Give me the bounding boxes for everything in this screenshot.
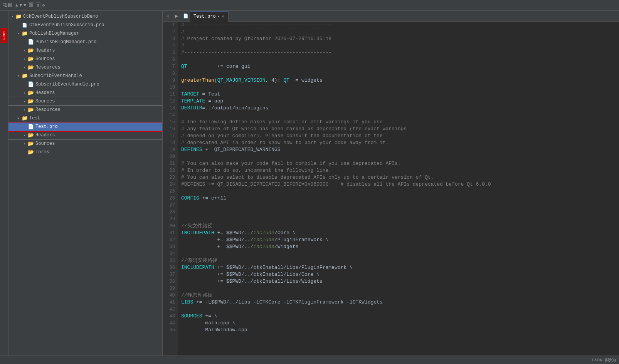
tree-item-publishblog-headers[interactable]: ▸ 📂 Headers bbox=[8, 46, 162, 55]
line-num-17: 17 bbox=[163, 133, 178, 139]
title-bar-icon-split[interactable]: ⊞ bbox=[36, 2, 41, 8]
tree-item-test-pro[interactable]: ▸ 📄 Test.pro bbox=[8, 122, 162, 131]
line-num-23: 23 bbox=[163, 174, 178, 181]
label-ctkroot: CtkEventPublishSubscribDemo bbox=[23, 14, 98, 19]
line-num-35: 35 bbox=[163, 257, 178, 264]
code-line-16: # any feature of Qt which has been marke… bbox=[181, 126, 619, 133]
code-editor[interactable]: 1 2 3 4 5 6 7 8 9 10 11 12 13 14 15 16 1… bbox=[163, 22, 619, 356]
code-line-9: greaterThan(QT_MAJOR_VERSION, 4): QT += … bbox=[181, 77, 619, 84]
title-bar-icon-up[interactable]: ▲ bbox=[15, 3, 18, 8]
label-ctkevent-pro: CtkEventPublishSubscrib.pro bbox=[29, 22, 104, 28]
tab-test-pro[interactable]: Test.pro ▾ ✕ bbox=[190, 11, 229, 22]
code-line-32: += $$PWD/../include/PluginFramework \ bbox=[181, 237, 619, 243]
line-num-22: 22 bbox=[163, 167, 178, 174]
folder-blue-icon-headers2: 📂 bbox=[28, 90, 34, 96]
tree-item-publishblog-resources[interactable]: ▸ 📂 Resources bbox=[8, 63, 162, 72]
code-line-8 bbox=[181, 70, 619, 77]
code-line-20 bbox=[181, 153, 619, 160]
line-num-45: 45 bbox=[163, 327, 178, 334]
tree-item-subscribeevent-resources[interactable]: ▸ 📂 Resources bbox=[8, 106, 162, 114]
label-publishblog-headers: Headers bbox=[35, 48, 55, 53]
tab-close-btn[interactable]: ✕ bbox=[221, 13, 225, 19]
folder-orange-icon-sources3: 📂 bbox=[28, 141, 34, 147]
code-line-34 bbox=[181, 250, 619, 257]
tree-item-ctkroot[interactable]: ▾ 📁 CtkEventPublishSubscribDemo bbox=[8, 12, 162, 21]
tab-icon: 📄 bbox=[181, 12, 190, 21]
code-line-7: QT += core gui bbox=[181, 63, 619, 70]
folder-orange-icon-resources2: 📂 bbox=[28, 107, 34, 113]
tree-item-publishblog-pro[interactable]: ▸ 📄 PublishBlogManager.pro bbox=[8, 38, 162, 46]
filepro-icon-subscribeevent: 📄 bbox=[28, 81, 34, 87]
code-line-21: # You can also make your code fail to co… bbox=[181, 160, 619, 167]
arrow-subscribeevent-sources: ▸ bbox=[22, 98, 28, 104]
line-num-31: 31 bbox=[163, 230, 178, 237]
code-line-37: += $$PWD/../ctkInstall/Libs/Core \ bbox=[181, 271, 619, 278]
status-bar: CSDN @妙为 bbox=[0, 356, 619, 364]
line-num-18: 18 bbox=[163, 139, 178, 146]
line-num-44: 44 bbox=[163, 320, 178, 327]
tree-item-subscribeevent-pro[interactable]: ▸ 📄 SubscribEventHandle.pro bbox=[8, 80, 162, 89]
label-publishblog-resources: Resources bbox=[35, 65, 61, 70]
code-line-25 bbox=[181, 188, 619, 195]
arrow-test-sources: ▸ bbox=[22, 141, 28, 147]
title-bar-icon-down[interactable]: ▼ bbox=[20, 3, 22, 8]
line-num-30: 30 bbox=[163, 223, 178, 230]
tree-container: ▾ 📁 CtkEventPublishSubscribDemo ▸ 📄 CtkE… bbox=[8, 11, 162, 356]
tree-item-subscribeevent-headers[interactable]: ▸ 📂 Headers bbox=[8, 89, 162, 97]
line-num-34: 34 bbox=[163, 250, 178, 257]
tree-item-subscribeevent-sources[interactable]: ▸ 📂 Sources bbox=[8, 97, 162, 106]
code-line-31: INCLUDEPATH += $$PWD/../include/Core \ bbox=[181, 230, 619, 237]
code-line-17: # depend on your compiler). Please consu… bbox=[181, 133, 619, 139]
line-num-37: 37 bbox=[163, 271, 178, 278]
tree-item-subscribeevent[interactable]: ▾ 📁 SubscribEventHandle bbox=[8, 72, 162, 80]
arrow-subscribeevent-resources: ▸ bbox=[22, 107, 28, 113]
tree-item-publishblog[interactable]: ▾ 📁 PublishBlogManager bbox=[8, 29, 162, 38]
line-num-29: 29 bbox=[163, 216, 178, 223]
tree-item-test-sources[interactable]: ▸ 📂 Sources bbox=[8, 139, 162, 148]
line-num-40: 40 bbox=[163, 292, 178, 299]
nav-forward-btn[interactable]: ▶ bbox=[172, 12, 181, 21]
line-num-6: 6 bbox=[163, 56, 178, 63]
line-num-20: 20 bbox=[163, 153, 178, 160]
code-line-24: #DEFINES += QT_DISABLE_DEPRECATED_BEFORE… bbox=[181, 181, 619, 188]
tree-item-ctkevent-pro[interactable]: ▸ 📄 CtkEventPublishSubscrib.pro bbox=[8, 21, 162, 29]
tree-item-test-headers[interactable]: ▸ 📂 Headers bbox=[8, 131, 162, 139]
tree-item-test[interactable]: ▾ 📁 Test bbox=[8, 114, 162, 122]
code-line-29 bbox=[181, 216, 619, 223]
arrow-ctkroot: ▾ bbox=[9, 13, 15, 20]
code-line-14 bbox=[181, 112, 619, 119]
line-num-10: 10 bbox=[163, 84, 178, 91]
code-line-44: main.cpp \ bbox=[181, 320, 619, 327]
filepro-icon-test: 📄 bbox=[28, 124, 34, 130]
line-num-42: 42 bbox=[163, 306, 178, 313]
demo-badge[interactable]: Demo bbox=[1, 28, 7, 43]
tree-item-test-forms[interactable]: ▸ 📂 Forms bbox=[8, 148, 162, 156]
line-num-36: 36 bbox=[163, 264, 178, 271]
line-num-38: 38 bbox=[163, 278, 178, 285]
line-num-28: 28 bbox=[163, 209, 178, 216]
line-num-5: 5 bbox=[163, 49, 178, 56]
label-subscribeevent-pro: SubscribEventHandle.pro bbox=[35, 82, 99, 87]
code-line-6 bbox=[181, 56, 619, 63]
label-publishblog-sources: Sources bbox=[35, 56, 55, 62]
line-num-8: 8 bbox=[163, 70, 178, 77]
code-line-27 bbox=[181, 202, 619, 209]
code-line-12: TEMPLATE = app bbox=[181, 98, 619, 105]
folder-icon-ctkroot: 📁 bbox=[15, 13, 22, 20]
line-num-39: 39 bbox=[163, 285, 178, 292]
tree-item-publishblog-sources[interactable]: ▸ 📂 Sources bbox=[8, 55, 162, 63]
arrow-publishblog: ▾ bbox=[15, 30, 22, 37]
nav-back-btn[interactable]: ◀ bbox=[163, 12, 172, 21]
title-bar: 项目 ▲ ▼ ▼ ⛓ ⊞ ⚙ bbox=[0, 0, 619, 11]
code-line-26: CONFIG += c++11 bbox=[181, 195, 619, 202]
title-bar-icon-gear[interactable]: ⚙ bbox=[42, 3, 45, 8]
code-line-5: #---------------------------------------… bbox=[181, 49, 619, 56]
title-bar-icon-link[interactable]: ⛓ bbox=[28, 2, 34, 8]
arrow-publishblog-resources: ▸ bbox=[22, 64, 28, 70]
sidebar: ▾ 📁 CtkEventPublishSubscribDemo ▸ 📄 CtkE… bbox=[8, 11, 163, 356]
folder-blue-icon-headers3: 📂 bbox=[28, 132, 34, 138]
line-num-16: 16 bbox=[163, 126, 178, 133]
code-line-35: //源码安装路径 bbox=[181, 257, 619, 264]
title-bar-icon-filter[interactable]: ▼ bbox=[24, 3, 26, 8]
filepro-icon-ctkevent: 📄 bbox=[22, 22, 28, 28]
